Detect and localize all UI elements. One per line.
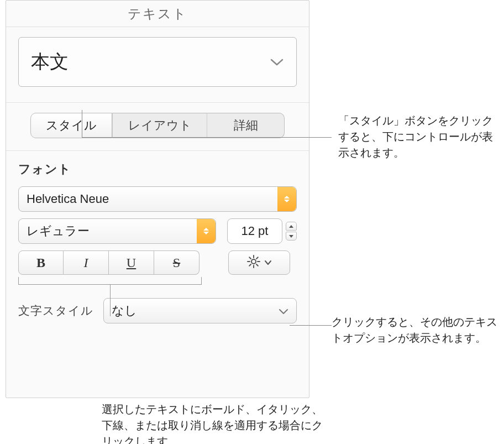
popup-knob-icon <box>197 219 216 243</box>
callout-bius: 選択したテキストにボールド、イタリック、下線、または取り消し線を適用する場合にク… <box>102 401 323 444</box>
font-size-value: 12 pt <box>242 224 269 238</box>
font-section-label: フォント <box>18 161 297 177</box>
svg-line-7 <box>249 264 251 266</box>
tab-style[interactable]: スタイル <box>30 113 112 138</box>
tab-layout[interactable]: レイアウト <box>112 113 207 138</box>
font-row-2: レギュラー 12 pt <box>18 218 297 244</box>
advanced-options-button[interactable] <box>228 250 290 275</box>
divider <box>6 102 309 103</box>
stepper-up-button[interactable] <box>286 222 297 231</box>
font-family-value: Helvetica Neue <box>27 192 109 206</box>
svg-line-6 <box>256 264 258 266</box>
chevron-down-icon <box>279 304 288 318</box>
font-size-field[interactable]: 12 pt <box>227 218 282 244</box>
svg-line-5 <box>249 257 251 259</box>
bracket-stem <box>110 284 111 316</box>
svg-line-8 <box>256 257 258 259</box>
callout-style-tab: 「スタイル」ボタンをクリックすると、下にコントロールが表示されます。 <box>338 113 498 161</box>
callout-leader <box>82 110 82 137</box>
paragraph-style-value: 本文 <box>31 49 69 75</box>
divider <box>6 150 309 151</box>
font-typeface-value: レギュラー <box>27 223 90 239</box>
panel-title: テキスト <box>6 1 309 27</box>
callout-gear: クリックすると、その他のテキストオプションが表示されます。 <box>332 314 497 346</box>
bius-bracket <box>18 277 202 285</box>
svg-point-0 <box>251 259 256 264</box>
italic-label: I <box>84 255 88 270</box>
font-family-popup[interactable]: Helvetica Neue <box>18 186 297 212</box>
font-size-group: 12 pt <box>227 218 297 244</box>
chevron-down-icon <box>264 258 272 268</box>
tab-advanced[interactable]: 詳細 <box>207 113 285 138</box>
tabs-container: スタイル レイアウト 詳細 <box>18 113 297 138</box>
popup-knob-icon <box>277 187 296 211</box>
tab-style-label: スタイル <box>46 117 97 134</box>
tab-advanced-label: 詳細 <box>234 117 258 134</box>
character-style-label: 文字スタイル <box>18 303 93 318</box>
callout-leader <box>82 137 332 138</box>
character-style-popup[interactable]: なし <box>103 298 297 323</box>
bius-group: B I U S <box>18 250 202 275</box>
bold-button[interactable]: B <box>18 250 64 275</box>
panel-title-label: テキスト <box>128 5 187 23</box>
callout-leader <box>290 325 332 326</box>
strikethrough-button[interactable]: S <box>154 250 200 275</box>
tabs-segmented-control: スタイル レイアウト 詳細 <box>30 113 285 138</box>
row-3: B I U S <box>18 250 297 285</box>
strike-label: S <box>173 255 180 270</box>
tab-layout-label: レイアウト <box>128 117 192 134</box>
stepper-down-button[interactable] <box>286 232 297 241</box>
bius-col: B I U S <box>18 250 202 285</box>
paragraph-style-popup[interactable]: 本文 <box>18 37 297 87</box>
font-typeface-popup[interactable]: レギュラー <box>18 218 216 244</box>
text-inspector-panel: テキスト 本文 スタイル レイアウト 詳細 <box>6 0 309 398</box>
gear-icon <box>246 254 261 271</box>
font-size-stepper <box>286 218 297 244</box>
bold-label: B <box>36 255 45 270</box>
italic-button[interactable]: I <box>64 250 109 275</box>
chevron-down-icon <box>270 58 284 66</box>
underline-label: U <box>127 255 136 270</box>
panel-body: 本文 スタイル レイアウト 詳細 フォント He <box>6 27 309 330</box>
character-style-value: なし <box>112 302 137 319</box>
character-style-row: 文字スタイル なし <box>18 298 297 323</box>
underline-button[interactable]: U <box>109 250 154 275</box>
